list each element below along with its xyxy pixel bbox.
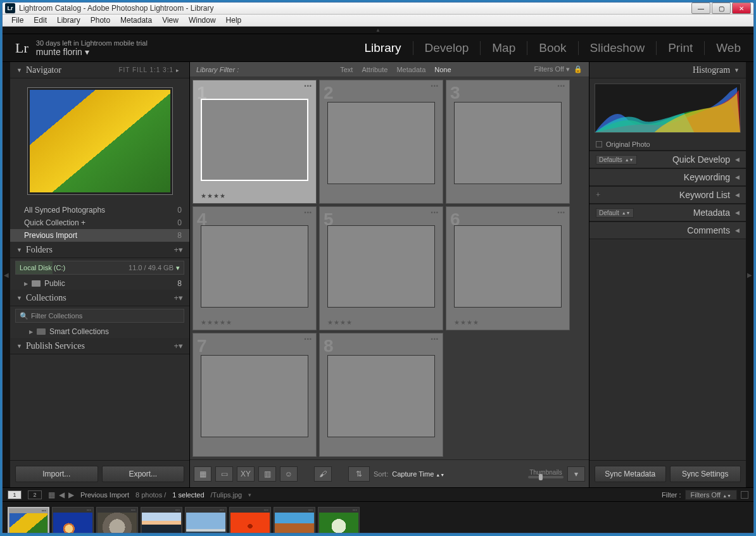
checkbox-icon[interactable] xyxy=(596,141,602,147)
view-loupe-button[interactable]: ▭ xyxy=(215,466,233,482)
grid-cell[interactable]: 3 ••• xyxy=(446,80,570,204)
back-icon[interactable]: ◀ xyxy=(59,490,65,499)
thumb-menu-icon[interactable]: ••• xyxy=(97,508,137,512)
keywording-header[interactable]: Keywording◀ xyxy=(589,168,746,186)
comments-header[interactable]: Comments◀ xyxy=(589,221,746,239)
filter-flag-icon[interactable] xyxy=(741,491,748,499)
add-collection-icon[interactable]: +▾ xyxy=(173,293,183,302)
catalog-previous-import[interactable]: Previous Import8 xyxy=(10,229,189,242)
disk-row[interactable]: Local Disk (C:)11.0 / 49.4 GB▾ xyxy=(15,261,184,275)
filter-attribute[interactable]: Attribute xyxy=(362,66,387,73)
grid-cell[interactable]: 2 ••• xyxy=(319,80,443,204)
maximize-button[interactable]: ▢ xyxy=(712,3,731,14)
filmstrip-thumb[interactable]: ••• xyxy=(52,507,94,534)
menu-file[interactable]: File xyxy=(6,15,28,26)
module-web[interactable]: Web xyxy=(716,41,741,55)
module-library[interactable]: Library xyxy=(365,41,401,55)
catalog-all-synced[interactable]: All Synced Photographs0 xyxy=(10,204,189,216)
star-rating[interactable] xyxy=(320,198,443,203)
view-grid-button[interactable]: ▦ xyxy=(194,466,211,482)
quick-develop-header[interactable]: Defaults▲▼ Quick Develop◀ xyxy=(589,151,746,168)
view-compare-button[interactable]: XY xyxy=(237,466,255,482)
filter-dropdown[interactable]: Filters Off ▲▼ xyxy=(685,490,737,500)
menu-metadata[interactable]: Metadata xyxy=(115,15,157,26)
breadcrumb[interactable]: Previous Import xyxy=(80,491,129,499)
thumbnail[interactable] xyxy=(201,225,308,308)
filmstrip-thumb[interactable]: •••★★★ xyxy=(318,507,360,534)
minimize-button[interactable]: — xyxy=(691,3,710,14)
menu-photo[interactable]: Photo xyxy=(85,15,115,26)
publish-header[interactable]: ▼Publish Services+▾ xyxy=(10,338,189,354)
thumb-menu-icon[interactable]: ••• xyxy=(141,508,182,512)
cell-menu-icon[interactable]: ••• xyxy=(305,83,312,89)
grid-cell[interactable]: 8 ••• xyxy=(319,333,443,457)
left-handle[interactable]: ◀ xyxy=(3,62,10,487)
navigator-zoom-options[interactable]: FIT FILL 1:1 3:1 xyxy=(118,66,173,73)
forward-icon[interactable]: ▶ xyxy=(68,490,74,499)
thumbnail[interactable] xyxy=(454,225,562,308)
histogram-header[interactable]: Histogram▼ xyxy=(589,62,746,78)
menu-edit[interactable]: Edit xyxy=(28,15,52,26)
menu-view[interactable]: View xyxy=(157,15,184,26)
thumbnail[interactable] xyxy=(327,225,435,308)
cell-menu-icon[interactable]: ••• xyxy=(305,209,312,216)
cell-menu-icon[interactable]: ••• xyxy=(558,209,565,216)
metadata-preset-dropdown[interactable]: Default▲▼ xyxy=(596,208,634,218)
filmstrip-thumb[interactable]: •••★★★★ xyxy=(185,507,227,534)
module-slideshow[interactable]: Slideshow xyxy=(590,41,645,55)
thumbnail-slider[interactable] xyxy=(528,476,564,478)
thumbnail[interactable] xyxy=(327,355,435,437)
view-survey-button[interactable]: ▥ xyxy=(258,466,276,482)
cell-menu-icon[interactable]: ••• xyxy=(431,83,439,89)
sort-direction-button[interactable]: ⇅ xyxy=(348,466,370,482)
grid-cell[interactable]: 4 ••• ★★★★★ xyxy=(192,206,317,330)
filter-metadata[interactable]: Metadata xyxy=(396,66,425,73)
import-button[interactable]: Import... xyxy=(15,466,98,482)
screen-2-button[interactable]: 2 xyxy=(28,490,42,499)
filter-text[interactable]: Text xyxy=(340,66,353,73)
module-book[interactable]: Book xyxy=(539,41,566,55)
grid-cell[interactable]: 1 ••• ★★★★ xyxy=(192,80,317,204)
star-rating[interactable] xyxy=(446,198,569,203)
smart-collections[interactable]: ▶Smart Collections xyxy=(10,325,189,338)
thumb-menu-icon[interactable]: ••• xyxy=(318,508,359,512)
painter-button[interactable]: 🖌 xyxy=(314,466,332,482)
grid-cell[interactable]: 6 ••• ★★★★ xyxy=(446,206,570,330)
toolbar-options-button[interactable]: ▾ xyxy=(567,466,585,482)
cell-menu-icon[interactable]: ••• xyxy=(558,83,565,89)
export-button[interactable]: Export... xyxy=(102,466,185,482)
grid-icon[interactable]: ▦ xyxy=(48,490,55,499)
grid-cell[interactable]: 5 ••• ★★★★ xyxy=(319,206,443,330)
menu-window[interactable]: Window xyxy=(184,15,221,26)
right-handle[interactable]: ▶ xyxy=(746,62,753,487)
module-map[interactable]: Map xyxy=(492,41,515,55)
menu-help[interactable]: Help xyxy=(221,15,247,26)
close-button[interactable]: ✕ xyxy=(732,3,751,14)
thumbnail[interactable] xyxy=(454,102,562,184)
folders-header[interactable]: ▼Folders+▾ xyxy=(10,242,189,258)
lock-icon[interactable]: 🔒 xyxy=(574,65,583,73)
filter-collections-input[interactable]: 🔍Filter Collections xyxy=(15,309,184,323)
star-rating[interactable]: ★★★★ xyxy=(446,318,569,330)
navigator-preview[interactable] xyxy=(10,78,189,204)
add-folder-icon[interactable]: +▾ xyxy=(173,245,183,254)
filter-none[interactable]: None xyxy=(434,66,451,73)
thumbnail[interactable] xyxy=(201,99,308,181)
thumbnail[interactable] xyxy=(201,355,308,437)
sync-metadata-button[interactable]: Sync Metadata xyxy=(595,466,666,482)
thumb-menu-icon[interactable]: ••• xyxy=(53,508,93,512)
thumb-menu-icon[interactable]: ••• xyxy=(9,508,48,513)
filmstrip-thumb[interactable]: •••★★★★ xyxy=(229,507,271,534)
star-rating[interactable] xyxy=(193,451,316,456)
thumb-menu-icon[interactable]: ••• xyxy=(230,508,270,512)
star-rating[interactable]: ★★★★★ xyxy=(193,318,316,330)
thumbnail[interactable] xyxy=(327,102,435,184)
star-rating[interactable]: ★★★★ xyxy=(193,191,316,203)
keyword-list-header[interactable]: +Keyword List◀ xyxy=(589,186,746,204)
username[interactable]: munte florin ▾ xyxy=(36,47,148,57)
cell-menu-icon[interactable]: ••• xyxy=(431,336,439,342)
navigator-header[interactable]: ▼Navigator FIT FILL 1:1 3:1 ▸ xyxy=(10,62,189,78)
filmstrip-thumb[interactable]: •••★★★ xyxy=(274,507,315,534)
metadata-header[interactable]: Default▲▼ Metadata◀ xyxy=(589,204,746,221)
cell-menu-icon[interactable]: ••• xyxy=(305,336,312,342)
